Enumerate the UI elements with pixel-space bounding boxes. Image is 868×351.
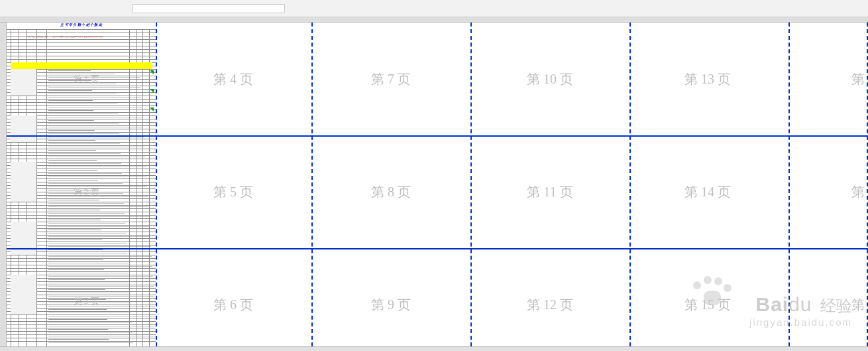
page-watermark: 第 5 页 [213, 183, 253, 201]
page-break-horizontal[interactable] [7, 248, 868, 249]
formula-bar-area [0, 0, 868, 17]
status-bar [0, 346, 868, 351]
page-watermark: 第 4 页 [213, 70, 253, 88]
page-watermark: 第 7 页 [371, 70, 411, 88]
page-break-vertical[interactable] [311, 23, 313, 346]
wm-brand-b: du [788, 293, 812, 315]
page-break-horizontal[interactable] [7, 135, 868, 137]
page-watermark-clipped: 第 1 [851, 183, 869, 201]
page-break-vertical[interactable] [156, 23, 157, 346]
page-watermark: 第 13 页 [684, 70, 731, 88]
page-break-vertical[interactable] [788, 23, 790, 346]
page-watermark: 第 6 页 [213, 296, 253, 314]
page-watermark-clipped: 第 1 [851, 70, 869, 88]
page-watermark: 第 14 页 [684, 183, 731, 201]
error-indicator-icon[interactable] [150, 107, 154, 111]
worksheet-canvas[interactable]: 丘 可 年 分 類 个 紹 个 類 此 此处为红色说明性批注文字 包含多行的警示… [7, 23, 868, 346]
column-headers[interactable] [0, 17, 868, 23]
sheet-title: 丘 可 年 分 類 个 紹 个 類 此 [7, 23, 156, 29]
page-watermark: 第 10 页 [527, 70, 573, 88]
page-break-vertical[interactable] [629, 23, 631, 346]
page-watermark: 第 11 页 [527, 183, 572, 201]
page-watermark: 第 15 页 [684, 296, 731, 314]
row-headers[interactable] [0, 23, 7, 346]
page-watermark-clipped: 第 1 [851, 296, 869, 314]
wm-sub: jingyan.baidu.com [749, 316, 852, 328]
error-indicator-icon[interactable] [150, 89, 154, 93]
formula-input[interactable] [133, 4, 285, 13]
page-watermark: 第 9 页 [371, 296, 411, 314]
page-break-vertical[interactable] [470, 23, 472, 346]
baidu-watermark: Baidu 经验 jingyan.baidu.com [749, 293, 852, 328]
error-indicator-icon[interactable] [150, 70, 154, 74]
wm-brand-a: Bai [755, 293, 788, 315]
wm-cn: 经验 [820, 297, 852, 315]
page-watermark: 第 12 页 [527, 296, 573, 314]
sheet-content-region[interactable]: 丘 可 年 分 類 个 紹 个 類 此 此处为红色说明性批注文字 包含多行的警示… [7, 23, 156, 346]
app-frame: 丘 可 年 分 類 个 紹 个 類 此 此处为红色说明性批注文字 包含多行的警示… [0, 0, 868, 351]
page-watermark: 第 8 页 [371, 183, 411, 201]
